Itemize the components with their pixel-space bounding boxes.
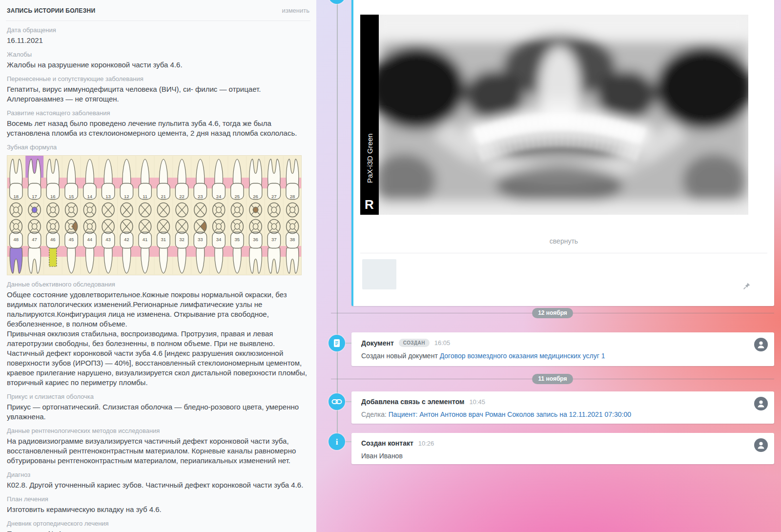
card-time: 16:05 — [434, 339, 451, 347]
status-badge: СОЗДАН — [399, 339, 430, 347]
field-label: Жалобы — [7, 51, 309, 59]
svg-text:28: 28 — [290, 194, 295, 199]
field-value: Жалобы на разрушение коронковой части зу… — [7, 60, 309, 70]
svg-text:32: 32 — [179, 237, 185, 242]
field-dental-formula: Зубная формула 1817161514131211212223242… — [7, 143, 309, 275]
collapse-link[interactable]: свернуть — [353, 237, 774, 245]
edit-link[interactable]: изменить — [282, 7, 309, 14]
field-objective-exam: Данные объективного обследования Общее с… — [7, 281, 309, 388]
link-icon — [329, 393, 345, 410]
svg-text:17: 17 — [32, 194, 37, 199]
svg-text:23: 23 — [198, 194, 203, 199]
card-time: 10:26 — [418, 440, 434, 447]
card-text: Сделка: — [361, 410, 389, 418]
timeline-panel: PaX-i3D Green R свернуть 12 ноября — [316, 0, 781, 532]
xray-image-holder[interactable]: PaX-i3D Green R — [360, 15, 748, 215]
timeline-connector — [346, 343, 351, 344]
field-value: Изготовить керамическую вкладку на зуб 4… — [7, 505, 309, 514]
field-label: Дневник ортопедического лечения — [7, 520, 309, 528]
field-label: Перенесенные и сопутствующие заболевания — [7, 75, 309, 83]
svg-text:14: 14 — [87, 194, 93, 199]
app: ЗАПИСЬ ИСТОРИИ БОЛЕЗНИ изменить Дата обр… — [0, 0, 781, 532]
svg-text:15: 15 — [69, 194, 74, 199]
svg-text:37: 37 — [271, 237, 277, 242]
field-label: Дата обращения — [7, 26, 309, 34]
card-title: Добавлена связь с элементом — [361, 398, 464, 406]
field-visit-date: Дата обращения 16.11.2021 — [7, 26, 309, 45]
svg-text:46: 46 — [50, 237, 56, 242]
field-value: К02.8. Другой уточненный кариес зубов. Ч… — [7, 480, 309, 490]
field-value: Прикус — ортогнатический. Слизистая обол… — [7, 402, 309, 422]
field-label: Прикус и слизистая оболочка — [7, 393, 309, 401]
field-value: На радиовизиограмме визуализируется част… — [7, 436, 309, 466]
svg-text:24: 24 — [216, 194, 222, 199]
timeline-card-xray: PaX-i3D Green R свернуть — [351, 0, 774, 306]
field-disease-history: Развитие настоящего заболевания Восемь л… — [7, 109, 309, 138]
card-title-row: Документ СОЗДАН 16:05 — [361, 339, 766, 347]
avatar[interactable] — [754, 397, 768, 410]
field-value: 16.11.2021 — [7, 36, 309, 45]
field-bite-mucosa: Прикус и слизистая оболочка Прикус — орт… — [7, 393, 309, 422]
svg-text:45: 45 — [69, 237, 74, 242]
record-header: ЗАПИСЬ ИСТОРИИ БОЛЕЗНИ изменить — [6, 7, 310, 21]
avatar[interactable] — [754, 438, 768, 452]
deal-link[interactable]: Пациент: Антон Антонов врач Роман Соколо… — [389, 410, 631, 418]
field-value: Гепатиты, вирус иммунодефицита человека … — [7, 84, 309, 104]
svg-text:12: 12 — [124, 194, 129, 199]
dental-chart-wrap: 1817161514131211212223242526272848474645… — [7, 155, 309, 275]
svg-text:13: 13 — [105, 194, 111, 199]
field-xray-data: Данные рентгенологических методов исслед… — [7, 427, 309, 466]
pin-icon[interactable] — [743, 282, 751, 292]
svg-text:47: 47 — [32, 237, 37, 242]
timeline-connector — [346, 441, 351, 442]
svg-text:21: 21 — [161, 194, 166, 199]
svg-text:31: 31 — [161, 237, 166, 242]
svg-text:34: 34 — [216, 237, 222, 242]
document-link[interactable]: Договор возмездного оказания медицинских… — [440, 352, 605, 360]
card-divider — [360, 253, 767, 253]
card-body: Создан новый документ Договор возмездног… — [361, 351, 766, 360]
date-separator: 11 ноября — [331, 374, 774, 385]
date-chip: 12 ноября — [532, 308, 573, 318]
svg-text:27: 27 — [271, 194, 277, 199]
svg-text:26: 26 — [253, 194, 258, 199]
card-title: Документ — [361, 339, 394, 347]
field-treatment-plan: План лечения Изготовить керамическую вкл… — [7, 495, 309, 514]
xray-device-label: PaX-i3D Green — [366, 133, 374, 183]
svg-text:22: 22 — [179, 194, 185, 199]
info-icon: i — [329, 433, 345, 450]
svg-text:38: 38 — [290, 237, 295, 242]
attachment-thumbnail[interactable] — [362, 259, 396, 289]
field-label: Развитие настоящего заболевания — [7, 109, 309, 117]
xray-side-marker: R — [365, 197, 374, 212]
field-complaints: Жалобы Жалобы на разрушение коронковой ч… — [7, 51, 309, 70]
card-title-row: Добавлена связь с элементом 10:45 — [361, 398, 766, 406]
avatar[interactable] — [754, 338, 768, 351]
field-value: Восемь лет назад было проведено лечение … — [7, 119, 309, 138]
timeline-card-link: Добавлена связь с элементом 10:45 Сделка… — [351, 391, 774, 424]
date-separator: 12 ноября — [331, 308, 774, 319]
card-title: Создан контакт — [361, 439, 413, 447]
timeline-card-contact: Создан контакт 10:26 Иван Иванов — [351, 433, 774, 464]
field-label: Зубная формула — [7, 143, 309, 151]
panoramic-xray-image[interactable]: PaX-i3D Green R — [360, 15, 748, 215]
card-body: Иван Иванов — [361, 451, 766, 460]
svg-text:42: 42 — [124, 237, 129, 242]
card-text: Иван Иванов — [361, 452, 403, 460]
field-value: Посещение № 1 Проведено препарирование п… — [7, 529, 309, 532]
svg-text:i: i — [336, 437, 338, 447]
field-label: Диагноз — [7, 471, 309, 479]
svg-text:16: 16 — [50, 194, 56, 199]
svg-text:36: 36 — [253, 237, 258, 242]
timeline-card-document: Документ СОЗДАН 16:05 Создан новый докум… — [351, 332, 774, 366]
record-title: ЗАПИСЬ ИСТОРИИ БОЛЕЗНИ — [7, 7, 95, 14]
card-title-row: Создан контакт 10:26 — [361, 439, 766, 447]
svg-text:33: 33 — [198, 237, 203, 242]
date-chip: 11 ноября — [532, 374, 573, 384]
svg-text:25: 25 — [235, 194, 240, 199]
timeline-connector — [346, 401, 351, 402]
field-label: Данные рентгенологических методов исслед… — [7, 427, 309, 435]
timeline-entry-icon — [329, 0, 345, 4]
card-body: Сделка: Пациент: Антон Антонов врач Рома… — [361, 410, 766, 419]
svg-text:41: 41 — [143, 237, 148, 242]
